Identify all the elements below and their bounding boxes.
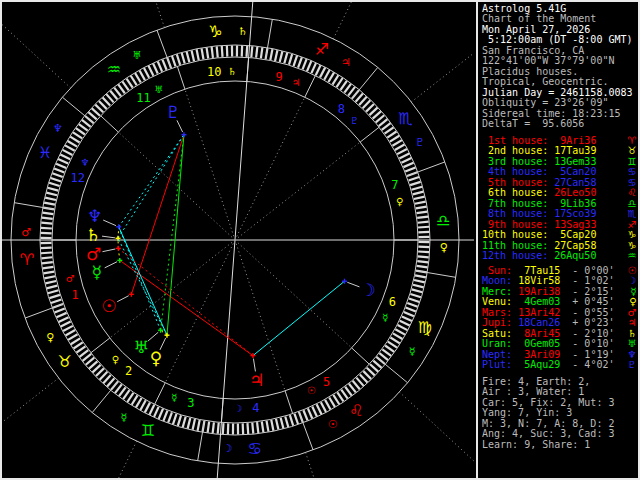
aspect-line bbox=[119, 227, 161, 330]
house-label: 6th house: bbox=[482, 187, 548, 198]
panel-divider bbox=[476, 0, 478, 480]
sign-glyph-icon: ♑ bbox=[208, 22, 222, 41]
planet-position-value: 18Can26 bbox=[512, 317, 560, 328]
house-number: 5 bbox=[323, 375, 330, 389]
house-cusp-value: 9Lib36 bbox=[548, 198, 596, 209]
planet-glyph-icon: ♀ bbox=[150, 348, 162, 368]
planet-velocity: - 0°55' bbox=[560, 307, 614, 318]
house-label: 10th house: bbox=[482, 229, 548, 240]
house-ruler-icon: ☽ bbox=[234, 403, 243, 414]
planet-glyph-icon: ☉ bbox=[102, 296, 117, 316]
house-cusp-value: 27Cap58 bbox=[548, 240, 596, 251]
zodiac-sign-icon: ♒ bbox=[627, 251, 636, 261]
sign-ruler-icon: ☿ bbox=[121, 411, 128, 424]
house-cusp-value: 9Ari36 bbox=[548, 135, 596, 146]
house-number: 3 bbox=[187, 396, 194, 410]
planet-label: Mars: bbox=[482, 307, 512, 318]
house-label: 9th house: bbox=[482, 219, 548, 230]
sign-glyph-icon: ♒ bbox=[107, 60, 121, 79]
planet-label: Moon: bbox=[482, 275, 512, 286]
planet-position-value: 13Ari42 bbox=[512, 307, 560, 318]
sign-ruler-icon: ♀ bbox=[46, 331, 54, 344]
house-number: 10 bbox=[207, 65, 221, 79]
planet-velocity: + 0°23' bbox=[560, 317, 614, 328]
aspect-line bbox=[167, 135, 184, 335]
sign-ruler-icon: ♄ bbox=[238, 25, 248, 38]
planet-label: Uran: bbox=[482, 338, 512, 349]
house-label: 12th house: bbox=[482, 250, 548, 261]
sign-ruler-icon: ♃ bbox=[341, 56, 351, 69]
sign-ruler-icon: ♅ bbox=[132, 49, 142, 62]
sign-ruler-icon: ♆ bbox=[53, 122, 63, 135]
obliquity: Obliquity = 23°26'09" bbox=[482, 98, 633, 108]
aspect-line bbox=[131, 135, 184, 295]
house-cusp-value: 5Can20 bbox=[548, 166, 596, 177]
house-ruler-icon: ♄ bbox=[227, 66, 236, 77]
planet-glyph-icon: ☽ bbox=[360, 280, 375, 300]
house-number: 1 bbox=[72, 288, 79, 302]
stats-block: Fire: 4, Earth: 2,Air : 3, Water: 1Car: … bbox=[482, 377, 614, 450]
planet-velocity: - 4°02' bbox=[560, 359, 614, 370]
sign-glyph-icon: ♉ bbox=[57, 352, 71, 371]
house-number: 9 bbox=[276, 70, 283, 84]
delta-t: DeltaT = 95.6056 bbox=[482, 119, 633, 129]
house-label: 5th house: bbox=[482, 177, 548, 188]
zodiac-sign-icon: ♑ bbox=[627, 230, 636, 240]
house-cusp-value: 17Tau39 bbox=[548, 145, 596, 156]
sign-ruler-icon: ♂ bbox=[21, 226, 31, 239]
info-panel: Astrolog 5.41G Chart of the Moment Mon A… bbox=[480, 0, 638, 480]
house-label: 8th house: bbox=[482, 208, 548, 219]
house-label: 7th house: bbox=[482, 198, 548, 209]
planets-table: Sun: 7Tau15 - 0°00'☉Moon: 18Vir58 - 1°02… bbox=[482, 266, 614, 371]
house-row: 12th house: 26Aqu50♒ bbox=[482, 251, 596, 261]
house-label: 4th house: bbox=[482, 166, 548, 177]
planet-glyph-icon: ♂ bbox=[86, 244, 101, 264]
sign-glyph-icon: ♐ bbox=[315, 40, 329, 59]
planet-glyph-icon: ♅ bbox=[134, 337, 149, 357]
planet-glyph-icon: ♆ bbox=[87, 206, 102, 226]
house-cusp-value: 17Sco39 bbox=[548, 208, 596, 219]
planet-label: Jupi: bbox=[482, 317, 512, 328]
chart-wheel: ♈♂♉♀♊☿♋☽♌☉♍☿♎♀♏♇♐♃♑♄♒♅♓♆1♂2♀3☿4☽5☉6☿7♀8♇… bbox=[0, 0, 478, 480]
sign-ruler-icon: ☿ bbox=[409, 345, 416, 358]
sign-ruler-icon: ♇ bbox=[415, 136, 425, 149]
planet-position-value: 5Aqu29 bbox=[512, 359, 560, 370]
sign-ruler-icon: ♀ bbox=[440, 241, 448, 254]
sign-glyph-icon: ♎ bbox=[436, 211, 450, 230]
sign-ruler-icon: ☉ bbox=[328, 418, 338, 431]
planet-label: Merc: bbox=[482, 286, 512, 297]
house-number: 6 bbox=[389, 295, 396, 309]
aspect-line bbox=[118, 135, 184, 239]
sign-glyph-icon: ♓ bbox=[38, 143, 52, 162]
house-cusp-value: 13Sag33 bbox=[548, 219, 596, 230]
planet-velocity: - 2°15' bbox=[560, 286, 614, 297]
sign-ruler-icon: ☽ bbox=[222, 442, 232, 455]
house-cusp-value: 27Can58 bbox=[548, 177, 596, 188]
house-number: 2 bbox=[125, 364, 132, 378]
chart-header: Astrolog 5.41G Chart of the Moment Mon A… bbox=[482, 4, 633, 129]
house-number: 7 bbox=[391, 178, 398, 192]
planet-velocity: - 1°02' bbox=[560, 275, 614, 286]
planet-position-value: 7Tau15 bbox=[512, 265, 560, 276]
aspect-line bbox=[118, 238, 167, 335]
sign-glyph-icon: ♌ bbox=[349, 401, 363, 420]
planet-icon: ♇ bbox=[628, 360, 637, 370]
planet-label: Satu: bbox=[482, 328, 512, 339]
house-ruler-icon: ♆ bbox=[80, 157, 89, 168]
planet-glyph-icon: ♃ bbox=[249, 370, 264, 390]
planet-position-value: 3Ari09 bbox=[512, 349, 560, 360]
sign-glyph-icon: ♊ bbox=[141, 421, 155, 440]
house-number: 12 bbox=[70, 171, 84, 185]
sign-glyph-icon: ♍ bbox=[418, 318, 432, 337]
stats-line: Learn: 9, Share: 1 bbox=[482, 440, 614, 450]
house-ruler-icon: ♀ bbox=[112, 354, 119, 365]
house-number: 11 bbox=[136, 91, 150, 105]
house-ruler-icon: ☿ bbox=[171, 392, 177, 403]
sign-glyph-icon: ♈ bbox=[20, 250, 34, 269]
planet-position-value: 19Ari38 bbox=[512, 286, 560, 297]
house-cusp-value: 26Aqu50 bbox=[548, 250, 596, 261]
house-ruler-icon: ☿ bbox=[382, 312, 388, 323]
planet-position-value: 4Gem03 bbox=[512, 296, 560, 307]
planet-velocity: + 0°45' bbox=[560, 296, 614, 307]
house-cusp-value: 5Cap20 bbox=[548, 229, 596, 240]
